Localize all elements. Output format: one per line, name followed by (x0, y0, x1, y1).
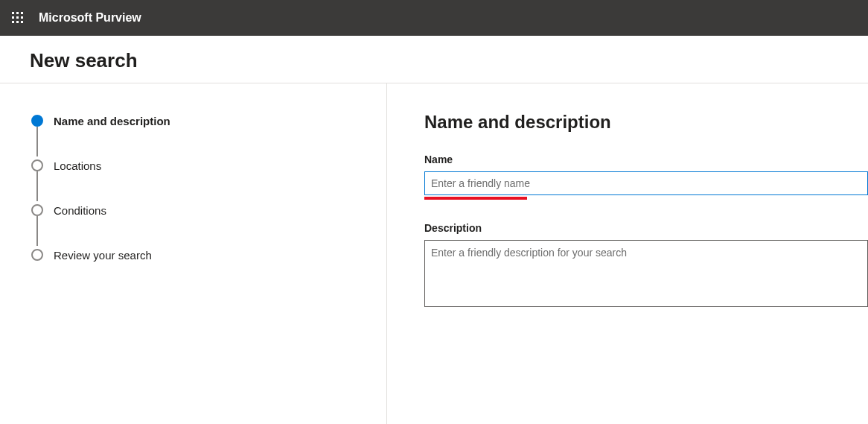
annotation-underline (424, 197, 527, 200)
svg-rect-6 (12, 21, 14, 23)
svg-rect-8 (21, 21, 23, 23)
step-label: Conditions (54, 204, 106, 217)
name-field-wrapper (424, 171, 868, 195)
wizard-step-conditions[interactable]: Conditions (31, 203, 371, 218)
svg-rect-4 (16, 16, 19, 19)
svg-rect-5 (21, 16, 23, 19)
step-indicator-icon (31, 204, 43, 216)
step-indicator-icon (31, 159, 43, 171)
description-label: Description (424, 222, 868, 234)
step-label: Name and description (54, 115, 170, 127)
svg-rect-1 (16, 12, 19, 14)
wizard-step-name-and-description[interactable]: Name and description (31, 113, 371, 128)
section-title: Name and description (424, 112, 868, 133)
wizard-steps-pane: Name and description Locations Condition… (0, 83, 387, 424)
step-connector (36, 171, 38, 201)
step-connector (36, 216, 38, 246)
svg-rect-2 (21, 12, 23, 14)
step-label: Locations (54, 159, 101, 172)
app-name: Microsoft Purview (39, 11, 141, 25)
app-launcher-icon[interactable] (6, 6, 30, 30)
page-title: New search (30, 49, 846, 72)
wizard-step-locations[interactable]: Locations (31, 158, 371, 173)
name-input[interactable] (424, 171, 868, 195)
svg-rect-0 (12, 12, 14, 14)
step-indicator-icon (31, 115, 43, 127)
top-bar: Microsoft Purview (0, 0, 868, 36)
step-label: Review your search (54, 249, 152, 262)
step-indicator-icon (31, 249, 43, 261)
svg-rect-7 (16, 21, 19, 23)
form-pane: Name and description Name Description (387, 83, 868, 424)
description-input[interactable] (424, 240, 868, 307)
name-label: Name (424, 154, 868, 165)
page-header: New search (0, 36, 868, 83)
wizard-step-review[interactable]: Review your search (31, 247, 371, 262)
step-connector (36, 127, 38, 156)
svg-rect-3 (12, 16, 14, 19)
